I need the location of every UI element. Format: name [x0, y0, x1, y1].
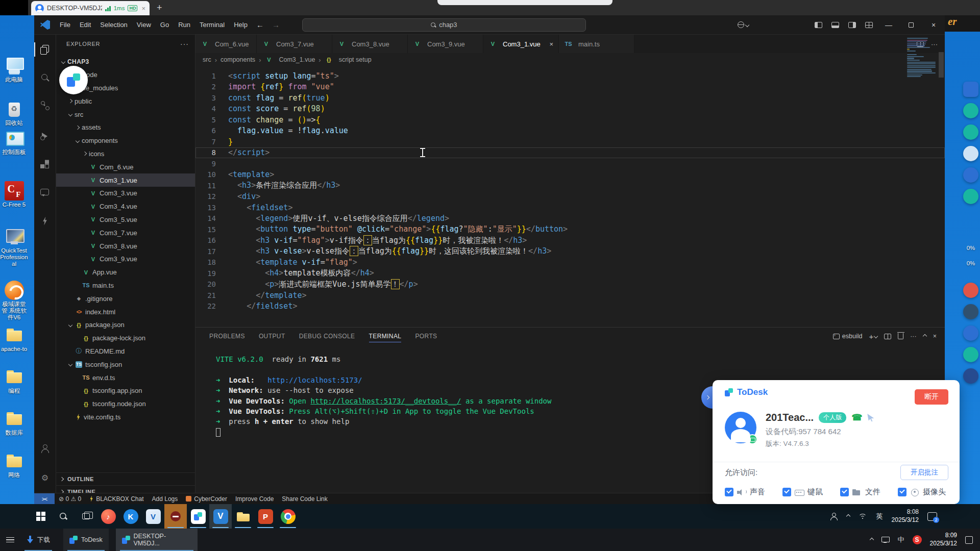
nav-back-icon[interactable]: ←: [252, 20, 268, 29]
desktop-icon-recycle[interactable]: 回收站: [0, 99, 28, 127]
taskbar-app-start[interactable]: [30, 504, 52, 529]
host-menu-icon[interactable]: [0, 537, 20, 543]
code-line-4[interactable]: 4const score = ref(98): [195, 104, 945, 115]
close-panel-icon[interactable]: ×: [933, 333, 937, 340]
tree-item-index.html[interactable]: <>index.html: [56, 305, 195, 318]
tray-expand-icon[interactable]: [846, 514, 850, 518]
activity-settings[interactable]: ⚙: [37, 470, 53, 486]
statusbar-item[interactable]: Improve Code: [235, 495, 274, 503]
breadcrumb[interactable]: src›components›VCom3_1.vue›{}script setu…: [195, 53, 945, 66]
code-line-8[interactable]: 8</script>: [195, 147, 945, 159]
editor-tab-Com_6.vue[interactable]: VCom_6.vue: [195, 35, 257, 53]
clock[interactable]: 8:092025/3/12: [930, 532, 957, 547]
desktop-icon-qtp[interactable]: QuickTest Professional: [0, 227, 28, 268]
tray-expand-icon[interactable]: [869, 538, 873, 542]
checkbox-checked[interactable]: [898, 488, 906, 496]
tree-item-README.md[interactable]: ⓘREADME.md: [56, 345, 195, 358]
todesk-tool-icon-0[interactable]: [963, 82, 978, 97]
toggle-secondary-sidebar-icon[interactable]: [848, 22, 856, 28]
activity-source-control[interactable]: [37, 97, 53, 114]
tree-item-tsconfig.json[interactable]: TStsconfig.json: [56, 358, 195, 371]
code-line-14[interactable]: 14 <legend>使用v-if、v-else指令综合应用</legend>: [195, 213, 945, 224]
tree-item-Com3_7.vue[interactable]: VCom3_7.vue: [56, 226, 195, 239]
editor-tab-Com3_8.vue[interactable]: VCom3_8.vue: [332, 35, 408, 53]
network-icon[interactable]: [881, 537, 890, 543]
statusbar-item[interactable]: CyberCoder: [186, 495, 227, 503]
taskbar-window-desktop[interactable]: DESKTOP-VM5DJ...: [116, 529, 198, 551]
activity-chat[interactable]: [37, 184, 53, 201]
editor-scrollbar[interactable]: [939, 52, 944, 78]
activity-extensions[interactable]: [37, 157, 53, 173]
network-icon[interactable]: [859, 513, 868, 520]
code-line-2[interactable]: 2import {ref} from "vue": [195, 82, 945, 93]
nav-forward-icon[interactable]: →: [268, 20, 284, 29]
panel-tab-ports[interactable]: PORTS: [415, 328, 437, 345]
menu-edit[interactable]: Edit: [75, 18, 95, 32]
download-item[interactable]: 下载: [20, 529, 56, 551]
tree-item-.gitignore[interactable]: ◆.gitignore: [56, 292, 195, 305]
more-actions-icon[interactable]: ···: [910, 333, 917, 340]
editor-tab-main.ts[interactable]: TSmain.ts: [559, 35, 634, 53]
panel-tab-output[interactable]: OUTPUT: [259, 328, 285, 345]
desktop-icon-jiyu[interactable]: 极域课堂管 系统软件V6: [0, 281, 28, 321]
taskbar-app-ppt[interactable]: P: [254, 504, 277, 529]
code-line-17[interactable]: 17 <h3 v-else>v-else指令：当flag为{{flag}}时，这…: [195, 246, 945, 257]
code-line-9[interactable]: 9: [195, 158, 945, 169]
tree-item-App.vue[interactable]: VApp.vue: [56, 266, 195, 279]
activity-search[interactable]: [37, 70, 53, 86]
tree-item-public[interactable]: public: [56, 94, 195, 108]
todesk-floating-ball[interactable]: [59, 66, 88, 94]
code-line-12[interactable]: 12 <div>: [195, 191, 945, 203]
taskbar-app-jiyu[interactable]: [164, 504, 187, 529]
todesk-tool-icon-2[interactable]: [963, 124, 978, 140]
code-line-5[interactable]: 5const change = ()=>{: [195, 114, 945, 126]
notification-icon[interactable]: 2: [927, 512, 937, 521]
toggle-sidebar-icon[interactable]: [815, 22, 822, 28]
command-center-search[interactable]: chap3: [302, 18, 586, 32]
taskbar-app-music[interactable]: ♪: [97, 504, 119, 529]
taskbar-app-explorer[interactable]: [232, 504, 254, 529]
session-close-icon[interactable]: ×: [141, 5, 145, 12]
taskbar-app-kapp[interactable]: K: [119, 504, 142, 529]
tree-item-Com3_5.vue[interactable]: VCom3_5.vue: [56, 213, 195, 227]
clock[interactable]: 8:082025/3/12: [892, 508, 919, 524]
code-line-20[interactable]: 20 <p>渐进式前端框架Vue.js简单易学！</p>: [195, 279, 945, 290]
taskbar-app-vscode[interactable]: V: [209, 504, 232, 529]
tree-item-icons[interactable]: icons: [56, 147, 195, 161]
maximize-button[interactable]: [900, 15, 922, 34]
people-icon[interactable]: [830, 513, 838, 520]
tree-item-src[interactable]: src: [56, 108, 195, 121]
editor-tab-Com3_9.vue[interactable]: VCom3_9.vue: [408, 35, 483, 53]
terminal-profile[interactable]: esbuild: [833, 333, 863, 340]
desktop-icon-cpanel[interactable]: 控制面板: [0, 129, 28, 156]
kill-terminal-icon[interactable]: [898, 333, 903, 339]
tree-item-assets[interactable]: assets: [56, 121, 195, 134]
editor-tab-Com3_1.vue[interactable]: VCom3_1.vue×: [483, 35, 559, 53]
taskbar-app-chrome[interactable]: [277, 504, 299, 529]
code-line-13[interactable]: 13 <fieldset>: [195, 202, 945, 213]
minimap[interactable]: [907, 38, 937, 78]
ime-indicator[interactable]: 英: [876, 512, 883, 521]
checkbox-checked[interactable]: [725, 488, 733, 496]
menu-run[interactable]: Run: [174, 18, 195, 32]
cursor-icon[interactable]: [867, 414, 874, 421]
explorer-more-icon[interactable]: ···: [180, 40, 189, 48]
tree-item-main.ts[interactable]: TSmain.ts: [56, 279, 195, 292]
tree-item-Com3_1.vue[interactable]: VCom3_1.vue: [56, 173, 195, 187]
menu-selection[interactable]: Selection: [95, 18, 132, 32]
ime-indicator[interactable]: 中: [898, 535, 904, 544]
code-line-15[interactable]: 15 <button type="button" @click="change"…: [195, 224, 945, 235]
phone-icon[interactable]: ☎: [851, 412, 862, 423]
session-tab[interactable]: DESKTOP-VM5DJ2P 1ms HD ×: [31, 1, 150, 15]
menu-go[interactable]: Go: [156, 18, 174, 32]
panel-tab-problems[interactable]: PROBLEMS: [209, 328, 245, 345]
activity-power[interactable]: [37, 213, 53, 229]
tree-item-components[interactable]: components: [56, 134, 195, 147]
statusbar-item[interactable]: Share Code Link: [282, 495, 327, 503]
code-line-18[interactable]: 18 <template v-if="flag">: [195, 257, 945, 268]
panel-tab-debug-console[interactable]: DEBUG CONSOLE: [299, 328, 355, 345]
checkbox-checked[interactable]: [840, 488, 849, 496]
new-terminal-button[interactable]: +: [869, 332, 877, 341]
desktop-icon-folder[interactable]: 数据库: [0, 409, 28, 436]
todesk-tool-icon-13[interactable]: [963, 347, 978, 362]
